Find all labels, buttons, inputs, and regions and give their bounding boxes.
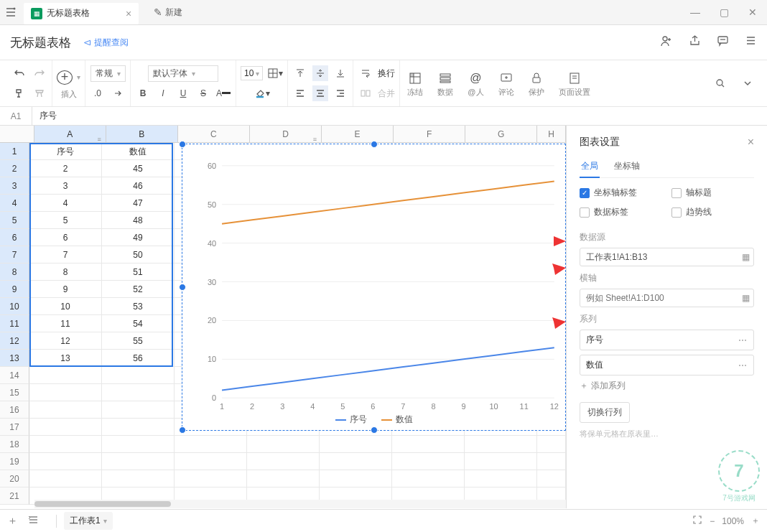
font-size-select[interactable]: 10 xyxy=(241,66,263,80)
cell[interactable]: 55 xyxy=(102,332,175,350)
series-menu-icon[interactable]: ⋯ xyxy=(738,360,748,370)
row-header[interactable]: 15 xyxy=(0,384,29,401)
cell[interactable] xyxy=(29,401,102,419)
cell[interactable] xyxy=(29,384,102,401)
cell[interactable]: 46 xyxy=(102,177,175,195)
new-tab-button[interactable]: ✎ 新建 xyxy=(147,6,190,19)
italic-button[interactable]: I xyxy=(155,85,171,101)
data-source-input[interactable] xyxy=(580,248,754,266)
cell[interactable]: 8 xyxy=(29,263,102,281)
remind-link[interactable]: 提醒查阅 xyxy=(83,37,129,49)
cell[interactable]: 2 xyxy=(29,160,102,177)
panel-close-icon[interactable]: × xyxy=(748,136,754,149)
cell[interactable] xyxy=(537,453,566,470)
cell[interactable]: 47 xyxy=(102,195,175,212)
cell[interactable] xyxy=(102,384,175,401)
valign-bottom-button[interactable] xyxy=(333,65,348,81)
border-button[interactable]: ▾ xyxy=(267,65,283,81)
clear-format-button[interactable] xyxy=(32,85,47,101)
cell[interactable] xyxy=(537,470,566,487)
row-header[interactable]: 13 xyxy=(0,350,29,367)
cell[interactable]: 45 xyxy=(102,160,175,177)
cell[interactable]: 56 xyxy=(102,350,175,367)
cell[interactable] xyxy=(247,470,320,487)
text-color-button[interactable]: A xyxy=(215,85,231,101)
add-series-button[interactable]: ＋添加系列 xyxy=(580,380,754,392)
cell[interactable]: 50 xyxy=(102,246,175,263)
tab-global[interactable]: 全局 xyxy=(580,156,600,178)
checkbox-data-label[interactable] xyxy=(580,207,590,218)
cell[interactable]: 53 xyxy=(102,298,175,315)
align-right-button[interactable] xyxy=(333,85,348,101)
row-header[interactable]: 9 xyxy=(0,281,29,298)
cell[interactable]: 6 xyxy=(29,229,102,246)
protect-button[interactable]: 保护 xyxy=(521,60,552,106)
cell[interactable] xyxy=(465,436,537,453)
series-row[interactable]: 数值⋯ xyxy=(580,355,754,375)
series-menu-icon[interactable]: ⋯ xyxy=(738,335,748,345)
row-header[interactable]: 19 xyxy=(0,453,29,470)
checkbox-axis-title[interactable] xyxy=(671,188,682,198)
redo-button[interactable] xyxy=(32,65,47,81)
range-picker-icon[interactable]: ▦ xyxy=(742,252,750,262)
valign-top-button[interactable] xyxy=(292,65,308,81)
align-center-button[interactable] xyxy=(312,85,328,101)
cell[interactable]: 4 xyxy=(29,195,102,212)
swap-rows-cols-button[interactable]: 切换行列 xyxy=(580,402,630,423)
xaxis-input[interactable] xyxy=(580,289,754,307)
cell[interactable] xyxy=(102,419,175,436)
row-header[interactable]: 11 xyxy=(0,315,29,332)
share-icon[interactable] xyxy=(689,34,701,51)
spreadsheet-grid[interactable]: A≡ B C D≡ E F G H 1234567891011121314151… xyxy=(0,126,566,508)
row-header[interactable]: 7 xyxy=(0,246,29,263)
cell[interactable] xyxy=(29,367,102,384)
maximize-button[interactable]: ▢ xyxy=(710,6,738,18)
wrap-button[interactable] xyxy=(358,65,373,81)
mention-button[interactable]: @@人 xyxy=(460,60,491,106)
fill-color-button[interactable]: ▾ xyxy=(254,85,270,101)
row-header[interactable]: 12 xyxy=(0,332,29,350)
minimize-button[interactable]: — xyxy=(681,6,710,18)
cell[interactable] xyxy=(247,436,320,453)
data-button[interactable]: 数据 xyxy=(430,60,460,106)
cell[interactable] xyxy=(320,470,392,487)
checkbox-axis-label[interactable]: ✓ xyxy=(580,188,590,198)
font-select[interactable]: 默认字体 xyxy=(148,65,218,82)
cell-address-box[interactable]: A1 xyxy=(0,107,32,125)
cell[interactable]: 5 xyxy=(29,212,102,229)
cell[interactable] xyxy=(175,470,247,487)
strike-button[interactable]: S xyxy=(195,85,211,101)
format-painter-button[interactable] xyxy=(11,85,27,101)
cell[interactable]: 54 xyxy=(102,315,175,332)
undo-button[interactable] xyxy=(11,65,27,81)
cell[interactable]: 49 xyxy=(102,229,175,246)
row-header[interactable]: 4 xyxy=(0,195,29,212)
cell[interactable]: 序号 xyxy=(29,143,102,160)
menu-icon[interactable] xyxy=(745,34,757,51)
add-sheet-button[interactable]: ＋ xyxy=(7,514,18,528)
cell[interactable] xyxy=(102,453,175,470)
row-header[interactable]: 21 xyxy=(0,487,29,505)
cell[interactable] xyxy=(247,453,320,470)
zoom-in-button[interactable]: ＋ xyxy=(751,515,760,527)
cell[interactable]: 10 xyxy=(29,298,102,315)
row-header[interactable]: 5 xyxy=(0,212,29,229)
cell[interactable] xyxy=(537,436,566,453)
number-format-select[interactable]: 常规 xyxy=(90,65,126,82)
cell[interactable]: 13 xyxy=(29,350,102,367)
embedded-chart[interactable]: 0102030405060123456789101112 序号 数值 xyxy=(182,144,566,431)
underline-button[interactable]: U xyxy=(175,85,191,101)
cell[interactable] xyxy=(29,453,102,470)
cell[interactable] xyxy=(465,470,537,487)
cell[interactable] xyxy=(175,436,247,453)
cell[interactable]: 数值 xyxy=(102,143,175,160)
freeze-button[interactable]: 冻结 xyxy=(400,60,430,106)
fullscreen-icon[interactable] xyxy=(692,515,702,527)
range-picker-icon[interactable]: ▦ xyxy=(742,293,750,303)
toc-icon[interactable] xyxy=(0,6,22,18)
cell[interactable] xyxy=(392,436,465,453)
search-icon[interactable] xyxy=(712,75,728,91)
cell[interactable] xyxy=(29,470,102,487)
row-header[interactable]: 6 xyxy=(0,229,29,246)
row-header[interactable]: 3 xyxy=(0,177,29,195)
